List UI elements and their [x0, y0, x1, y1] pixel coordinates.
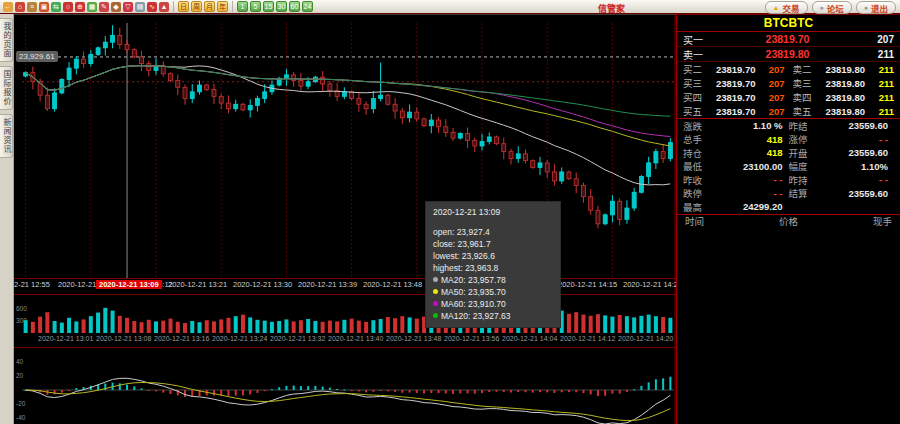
calculator-icon[interactable]: ▤ — [135, 2, 145, 12]
depth-cell: 23819.80 — [817, 64, 871, 75]
refresh-icon[interactable]: ⇆ — [51, 2, 61, 12]
axis-label: 2020-12-21 14:24 — [623, 280, 676, 289]
info-label: 涨跌 — [683, 119, 714, 133]
sidebar-tab-国际报价[interactable]: 国际报价 — [0, 66, 13, 110]
sidebar-tab-新闻资讯[interactable]: 新闻资讯 — [0, 114, 13, 158]
period-button-15min[interactable]: 15 — [263, 1, 274, 12]
svg-text:40: 40 — [16, 358, 24, 365]
info-label: 最高 — [683, 200, 714, 214]
info-label: 最低 — [683, 159, 714, 173]
depth-levels: 买二23819.70207卖二23819.80211买三23819.70207卖… — [677, 62, 900, 118]
info-value: - - — [714, 188, 788, 199]
info-label: 总手 — [683, 132, 714, 146]
depth-cell: 卖四 — [793, 90, 818, 104]
info-value: 23100.00 — [714, 161, 788, 172]
quote-info-row: 最高24299.20 — [677, 200, 900, 214]
screenshot-icon[interactable]: ▦ — [87, 2, 97, 12]
filter-icon[interactable]: ▽ — [123, 2, 133, 12]
depth-cell: 23819.70 — [708, 78, 762, 89]
top-button-论坛[interactable]: ●论坛 — [812, 1, 852, 14]
ask1-price: 23819.80 — [717, 48, 858, 60]
top-button-退出[interactable]: ●退出 — [856, 1, 896, 14]
axis-label: 2020-12-21 13:01 — [38, 335, 93, 342]
period-button-30min[interactable]: 30 — [276, 1, 287, 12]
books-icon[interactable]: ≡ — [27, 2, 37, 12]
depth-level-row[interactable]: 买三23819.70207卖三23819.80211 — [677, 76, 900, 90]
period-button-60min[interactable]: 60 — [289, 1, 300, 12]
depth-level-row[interactable]: 买四23819.70207卖四23819.80211 — [677, 90, 900, 104]
tooltip-ma-row: MA50: 23,935.70 — [433, 286, 553, 298]
zoom-out-icon[interactable]: ○ — [63, 2, 73, 12]
depth-level-row[interactable]: 买五23819.70207卖五23819.80211 — [677, 104, 900, 118]
trend-icon[interactable]: ∿ — [147, 2, 157, 12]
edit-icon[interactable]: ✎ — [99, 2, 109, 12]
depth-cell: 207 — [762, 64, 785, 75]
ma-color-dot-icon — [433, 301, 438, 306]
info-value: 23559.60 — [820, 147, 894, 158]
depth-cell: 买五 — [683, 104, 708, 118]
sidebar-tab-我的页面[interactable]: 我的页面 — [0, 18, 13, 62]
tooltip-ma-row: MA120: 23,927.63 — [433, 310, 553, 322]
period-buttons-minute: 1515306024 — [236, 1, 314, 12]
tooltip-datetime: 2020-12-21 13:09 — [433, 207, 553, 217]
period-button-日[interactable]: 日 — [178, 1, 189, 12]
chart-canvas[interactable]: 6003004020-20-40 — [14, 15, 676, 424]
info-label: 昨收 — [683, 173, 714, 187]
home-icon[interactable]: ⌂ — [15, 2, 25, 12]
svg-text:-20: -20 — [16, 400, 26, 407]
axis-label: 2020-12-21 14:15 — [558, 280, 617, 289]
svg-text:20: 20 — [16, 372, 24, 379]
tooltip-ma-row: MA20: 23,957.78 — [433, 274, 553, 286]
period-button-周[interactable]: 周 — [191, 1, 202, 12]
axis-label: 2020-12-21 13:56 — [444, 335, 499, 342]
time-axis-main: 2-21 12:552020-12-21 13:2020-12-21 13:09… — [14, 279, 676, 294]
stats-icon[interactable]: ▲ — [159, 2, 169, 12]
info-value: 418 — [714, 147, 788, 158]
candle-tooltip: 2020-12-21 13:09 open: 23,927.4close: 23… — [425, 201, 561, 328]
toolbar-separator — [232, 1, 233, 12]
tooltip-row: lowest: 23,926.6 — [433, 250, 553, 262]
depth-cell: 211 — [871, 92, 894, 103]
draw-icon[interactable]: ◆ — [111, 2, 121, 12]
period-button-1min[interactable]: 1 — [237, 1, 248, 12]
quote-info-grid: 涨跌1.10 %昨结23559.60总手418涨停- -持仓418开盘23559… — [677, 118, 900, 214]
bid1-row[interactable]: 买一 23819.70 207 — [677, 32, 900, 47]
ask1-row[interactable]: 卖一 23819.80 211 — [677, 47, 900, 62]
tape-header-cell: 时间 — [685, 214, 704, 228]
toolbar: ←⌂≡▣⇆○⊕▦✎◆▽▤∿▲ 日周月年 1515306024 信管家 ▲交易●论… — [0, 0, 900, 14]
ma-color-dot-icon — [433, 289, 438, 294]
bid1-label: 买一 — [683, 32, 717, 47]
zoom-in-icon[interactable]: ⊕ — [75, 2, 85, 12]
depth-level-row[interactable]: 买二23819.70207卖二23819.80211 — [677, 62, 900, 76]
period-button-年[interactable]: 年 — [217, 1, 228, 12]
toolbox-icon[interactable]: ▣ — [39, 2, 49, 12]
period-button-月[interactable]: 月 — [204, 1, 215, 12]
back-icon[interactable]: ← — [3, 2, 13, 12]
last-price-tag: 23,929.61 — [16, 51, 58, 62]
axis-label: 2020-12-21 13:40 — [328, 335, 383, 342]
top-button-交易[interactable]: ▲交易 — [765, 1, 808, 14]
tooltip-row: open: 23,927.4 — [433, 226, 553, 238]
depth-cell: 23819.70 — [708, 64, 762, 75]
info-label: 跌停 — [683, 186, 714, 200]
axis-label: 2020-12-21 14:04 — [502, 335, 557, 342]
axis-label: 2020-12-21 13:24 — [212, 335, 267, 342]
axis-label: 2020-12-21 13:08 — [96, 335, 151, 342]
axis-label: 2020-12-21 13:48 — [386, 335, 441, 342]
period-button-5min[interactable]: 5 — [250, 1, 261, 12]
period-button-24min[interactable]: 24 — [302, 1, 313, 12]
info-label: 结算 — [789, 186, 820, 200]
tooltip-ma-row: MA60: 23,910.70 — [433, 298, 553, 310]
tooltip-ma-values: MA20: 23,957.78MA50: 23,935.70MA60: 23,9… — [433, 274, 553, 322]
ma-color-dot-icon — [433, 277, 438, 282]
depth-cell: 买二 — [683, 62, 708, 76]
depth-cell: 买四 — [683, 90, 708, 104]
svg-text:-40: -40 — [16, 414, 26, 421]
quote-info-row: 最低23100.00幅度1.10% — [677, 160, 900, 174]
info-value: 1.10 % — [714, 120, 788, 131]
info-value: 23559.60 — [820, 188, 894, 199]
tape-header: 时间价格现手 — [677, 214, 900, 228]
tooltip-ohlc: open: 23,927.4close: 23,961.7lowest: 23,… — [433, 226, 553, 274]
left-sidebar: 我的页面国际报价新闻资讯 — [0, 14, 14, 424]
depth-cell: 卖五 — [793, 104, 818, 118]
